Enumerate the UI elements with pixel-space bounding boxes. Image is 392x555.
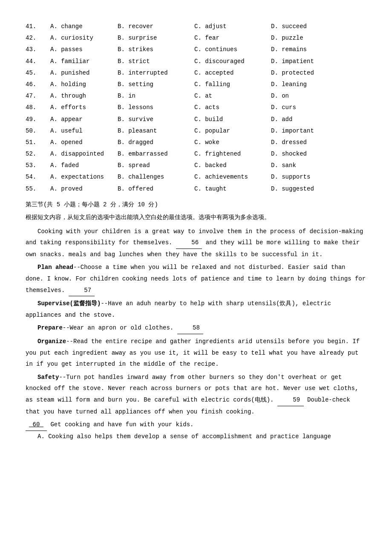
q-option-a: A. opened xyxy=(41,137,118,148)
q-option-d: D. add xyxy=(271,114,348,125)
q-option-b: B. embarrassed xyxy=(118,149,194,159)
question-row: 54.A. expectationsB. challengesC. achiev… xyxy=(26,172,366,182)
question-row: 51.A. openedB. draggedC. wokeD. dressed xyxy=(26,137,366,148)
q-option-a: A. faded xyxy=(41,160,118,171)
blank-57: 57 xyxy=(69,285,95,297)
q-option-c: C. adjust xyxy=(194,21,271,32)
q-option-a: A. curiosity xyxy=(41,33,118,43)
questions-section: 41.A. changeB. recoverC. adjustD. succee… xyxy=(26,21,366,194)
q-option-d: D. leaning xyxy=(271,79,348,90)
q-option-d: D. protected xyxy=(271,68,348,78)
q-option-c: C. fear xyxy=(194,33,271,43)
q-option-c: C. taught xyxy=(194,184,271,194)
passage-plan-ahead: Plan ahead--Choose a time when you will … xyxy=(26,262,366,296)
q-option-c: C. at xyxy=(194,91,271,101)
q-option-d: D. remains xyxy=(271,44,348,55)
q-option-c: C. falling xyxy=(194,79,271,90)
q-option-a: A. efforts xyxy=(41,102,118,113)
q-option-c: C. frightened xyxy=(194,149,271,159)
q-number: 43. xyxy=(26,44,41,55)
section3-instructions: 根据短文内容，从短文后的选项中选出能填入空白处的最佳选项。选项中有两项为多余选项… xyxy=(26,212,366,223)
organize-heading: Organize xyxy=(37,338,66,345)
question-row: 42.A. curiosityB. surpriseC. fearD. puzz… xyxy=(26,33,366,43)
q-option-a: A. expectations xyxy=(41,172,118,182)
question-row: 43.A. passesB. strikesC. continuesD. rem… xyxy=(26,44,366,55)
blank-59: 59 xyxy=(277,394,304,406)
q-option-d: D. shocked xyxy=(271,149,348,159)
section3: 第三节(共 5 小题；每小题 2 分，满分 10 分) 根据短文内容，从短文后的… xyxy=(26,199,366,442)
q-option-c: C. discouraged xyxy=(194,56,271,67)
q-option-c: C. build xyxy=(194,114,271,125)
q-number: 46. xyxy=(26,79,41,90)
q-option-a: A. useful xyxy=(41,126,118,136)
passage-supervise: Supervise(监督指导)--Have an aduh nearby to … xyxy=(26,298,366,321)
q-number: 51. xyxy=(26,137,41,148)
q-option-a: A. disappointed xyxy=(41,149,118,159)
blank-56: 56 xyxy=(176,237,202,249)
q-number: 44. xyxy=(26,56,41,67)
q-option-a: A. passes xyxy=(41,44,118,55)
section3-header: 第三节(共 5 小题；每小题 2 分，满分 10 分) xyxy=(26,199,366,210)
q-number: 50. xyxy=(26,126,41,136)
q-option-b: B. surprise xyxy=(118,33,194,43)
passage-safety: Safety--Turn pot handles inward away fro… xyxy=(26,372,366,417)
q-option-c: C. woke xyxy=(194,137,271,148)
q-option-b: B. strict xyxy=(118,56,194,67)
questions-list: 41.A. changeB. recoverC. adjustD. succee… xyxy=(26,21,366,194)
q-option-a: A. punished xyxy=(41,68,118,78)
question-row: 50.A. usefulB. pleasantC. popularD. impo… xyxy=(26,126,366,136)
question-row: 47.A. throughB. inC. atD. on xyxy=(26,91,366,101)
q-option-b: B. strikes xyxy=(118,44,194,55)
safety-heading: Safety xyxy=(37,374,59,381)
passage-para1: Cooking with your children is a great wa… xyxy=(26,226,366,260)
q-number: 53. xyxy=(26,160,41,171)
q-option-d: D. impatient xyxy=(271,56,348,67)
question-row: 45.A. punishedB. interruptedC. acceptedD… xyxy=(26,68,366,78)
q-option-d: D. dressed xyxy=(271,137,348,148)
q-option-d: D. succeed xyxy=(271,21,348,32)
q-option-b: B. offered xyxy=(118,184,194,194)
question-row: 49.A. appearB. surviveC. buildD. add xyxy=(26,114,366,125)
q-number: 45. xyxy=(26,68,41,78)
plan-ahead-heading: Plan ahead xyxy=(37,264,73,271)
passage-option-a: A. Cooking also helps them develop a sen… xyxy=(26,431,366,442)
question-row: 46.A. holdingB. settingC. fallingD. lean… xyxy=(26,79,366,90)
q-option-d: D. curs xyxy=(271,102,348,113)
q-option-d: D. important xyxy=(271,126,348,136)
q-number: 41. xyxy=(26,21,41,32)
q-number: 54. xyxy=(26,172,41,182)
question-row: 41.A. changeB. recoverC. adjustD. succee… xyxy=(26,21,366,32)
q-number: 49. xyxy=(26,114,41,125)
q-option-c: C. acts xyxy=(194,102,271,113)
q-option-d: D. supports xyxy=(271,172,348,182)
q-option-b: B. lessons xyxy=(118,102,194,113)
q-option-a: A. familiar xyxy=(41,56,118,67)
prepare-heading: Prepare xyxy=(37,324,63,331)
q-number: 42. xyxy=(26,33,41,43)
q-option-d: D. on xyxy=(271,91,348,101)
q-option-b: B. dragged xyxy=(118,137,194,148)
q-option-c: C. popular xyxy=(194,126,271,136)
blank-58: 58 xyxy=(177,322,204,334)
q-option-d: D. sank xyxy=(271,160,348,171)
q-option-a: A. through xyxy=(41,91,118,101)
passage-prepare: Prepare--Wear an apron or old clothes. 5… xyxy=(26,322,366,334)
q-number: 48. xyxy=(26,102,41,113)
q-number: 47. xyxy=(26,91,41,101)
q-option-c: C. continues xyxy=(194,44,271,55)
q-option-d: D. suggested xyxy=(271,184,348,194)
q-number: 52. xyxy=(26,149,41,159)
q-option-c: C. accepted xyxy=(194,68,271,78)
question-row: 52.A. disappointedB. embarrassedC. frigh… xyxy=(26,149,366,159)
q-option-a: A. appear xyxy=(41,114,118,125)
supervise-heading: Supervise(监督指导) xyxy=(37,300,101,307)
q-option-b: B. interrupted xyxy=(118,68,194,78)
q-option-c: C. achievements xyxy=(194,172,271,182)
question-row: 48.A. effortsB. lessonsC. actsD. curs xyxy=(26,102,366,113)
q-option-a: A. proved xyxy=(41,184,118,194)
q-option-d: D. puzzle xyxy=(271,33,348,43)
q-option-b: B. setting xyxy=(118,79,194,90)
q-number: 55. xyxy=(26,184,41,194)
q-option-a: A. holding xyxy=(41,79,118,90)
question-row: 53.A. fadedB. spreadC. backedD. sank xyxy=(26,160,366,171)
